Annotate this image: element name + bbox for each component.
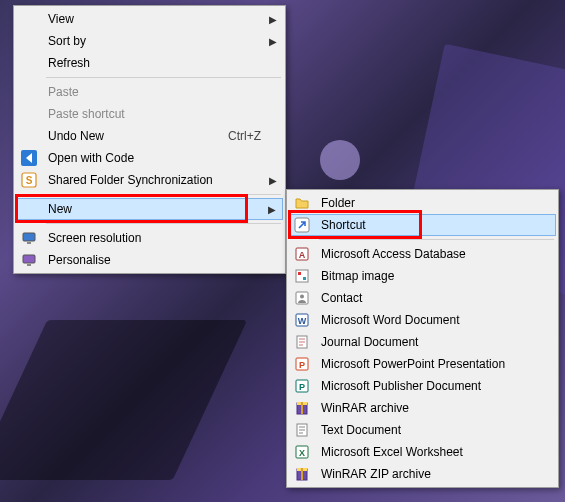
menu-item-pptx[interactable]: PMicrosoft PowerPoint Presentation xyxy=(289,353,556,375)
separator xyxy=(46,194,281,195)
winrar-icon xyxy=(291,464,313,484)
menu-item-pub[interactable]: PMicrosoft Publisher Document xyxy=(289,375,556,397)
monitor-icon xyxy=(18,228,40,248)
submenu-arrow-icon: ▶ xyxy=(269,14,277,25)
menu-item-label: View xyxy=(40,12,279,26)
blank-icon xyxy=(18,104,40,124)
svg-text:P: P xyxy=(299,382,305,392)
svg-rect-24 xyxy=(301,402,303,414)
blank-icon xyxy=(18,126,40,146)
menu-item-screen-res[interactable]: Screen resolution xyxy=(16,227,283,249)
menu-item-label: Paste shortcut xyxy=(40,107,279,121)
menu-item-txt[interactable]: Text Document xyxy=(289,419,556,441)
menu-item-open-code[interactable]: Open with Code xyxy=(16,147,283,169)
shortcut-icon xyxy=(291,215,313,235)
menu-item-label: Bitmap image xyxy=(313,269,552,283)
text-icon xyxy=(291,420,313,440)
s-box-icon: S xyxy=(18,170,40,190)
menu-item-label: Paste xyxy=(40,85,279,99)
menu-item-view[interactable]: View▶ xyxy=(16,8,283,30)
menu-item-paste: Paste xyxy=(16,81,283,103)
menu-item-label: Microsoft PowerPoint Presentation xyxy=(313,357,552,371)
submenu-arrow-icon: ▶ xyxy=(269,175,277,186)
svg-rect-4 xyxy=(27,242,31,244)
menu-item-new[interactable]: New▶ xyxy=(16,198,283,220)
menu-item-zip[interactable]: WinRAR ZIP archive xyxy=(289,463,556,485)
svg-rect-5 xyxy=(23,255,35,263)
menu-item-undo-new[interactable]: Undo NewCtrl+Z xyxy=(16,125,283,147)
menu-item-worddoc[interactable]: WMicrosoft Word Document xyxy=(289,309,556,331)
menu-item-label: Contact xyxy=(313,291,552,305)
menu-item-label: Personalise xyxy=(40,253,279,267)
menu-item-label: Undo New xyxy=(40,129,228,143)
svg-rect-30 xyxy=(301,468,303,480)
svg-text:S: S xyxy=(26,175,33,186)
separator xyxy=(319,239,554,240)
vscode-icon xyxy=(18,148,40,168)
menu-item-folder[interactable]: Folder xyxy=(289,192,556,214)
menu-item-label: Microsoft Word Document xyxy=(313,313,552,327)
blank-icon xyxy=(18,53,40,73)
menu-item-paste-shortcut: Paste shortcut xyxy=(16,103,283,125)
separator xyxy=(46,77,281,78)
blank-icon xyxy=(18,82,40,102)
menu-item-label: Refresh xyxy=(40,56,279,70)
word-icon: W xyxy=(291,310,313,330)
svg-point-14 xyxy=(300,295,304,299)
menu-item-accessdb[interactable]: AMicrosoft Access Database xyxy=(289,243,556,265)
menu-item-journal[interactable]: Journal Document xyxy=(289,331,556,353)
svg-rect-6 xyxy=(27,264,31,266)
excel-icon: X xyxy=(291,442,313,462)
svg-rect-3 xyxy=(23,233,35,241)
submenu-arrow-icon: ▶ xyxy=(268,204,276,215)
access-icon: A xyxy=(291,244,313,264)
menu-item-contact[interactable]: Contact xyxy=(289,287,556,309)
menu-item-label: WinRAR ZIP archive xyxy=(313,467,552,481)
powerpoint-icon: P xyxy=(291,354,313,374)
svg-text:A: A xyxy=(299,250,306,260)
blank-icon xyxy=(18,9,40,29)
svg-rect-10 xyxy=(296,270,308,282)
menu-item-xlsx[interactable]: XMicrosoft Excel Worksheet xyxy=(289,441,556,463)
menu-item-shared-sync[interactable]: SShared Folder Synchronization▶ xyxy=(16,169,283,191)
blank-icon xyxy=(18,199,40,219)
svg-text:W: W xyxy=(298,316,307,326)
menu-item-accelerator: Ctrl+Z xyxy=(228,129,279,143)
menu-item-label: Shortcut xyxy=(313,218,552,232)
menu-item-bitmap[interactable]: Bitmap image xyxy=(289,265,556,287)
menu-item-label: Sort by xyxy=(40,34,279,48)
svg-text:X: X xyxy=(299,448,305,458)
personalise-icon xyxy=(18,250,40,270)
separator xyxy=(46,223,281,224)
journal-icon xyxy=(291,332,313,352)
svg-rect-12 xyxy=(303,277,306,280)
bitmap-icon xyxy=(291,266,313,286)
menu-item-label: Microsoft Access Database xyxy=(313,247,552,261)
desktop-context-menu[interactable]: View▶Sort by▶RefreshPastePaste shortcutU… xyxy=(13,5,286,274)
menu-item-label: Journal Document xyxy=(313,335,552,349)
menu-item-label: WinRAR archive xyxy=(313,401,552,415)
menu-item-label: Text Document xyxy=(313,423,552,437)
menu-item-label: Folder xyxy=(313,196,552,210)
menu-item-label: New xyxy=(40,202,279,216)
blank-icon xyxy=(18,31,40,51)
menu-item-sort-by[interactable]: Sort by▶ xyxy=(16,30,283,52)
menu-item-refresh[interactable]: Refresh xyxy=(16,52,283,74)
menu-item-personalise[interactable]: Personalise xyxy=(16,249,283,271)
menu-item-rar[interactable]: WinRAR archive xyxy=(289,397,556,419)
folder-icon xyxy=(291,193,313,213)
menu-item-label: Shared Folder Synchronization xyxy=(40,173,279,187)
publisher-icon: P xyxy=(291,376,313,396)
menu-item-label: Screen resolution xyxy=(40,231,279,245)
svg-rect-11 xyxy=(298,272,301,275)
menu-item-label: Open with Code xyxy=(40,151,279,165)
menu-item-label: Microsoft Excel Worksheet xyxy=(313,445,552,459)
menu-item-label: Microsoft Publisher Document xyxy=(313,379,552,393)
contact-icon xyxy=(291,288,313,308)
svg-text:P: P xyxy=(299,360,305,370)
menu-item-shortcut[interactable]: Shortcut xyxy=(289,214,556,236)
winrar-icon xyxy=(291,398,313,418)
submenu-arrow-icon: ▶ xyxy=(269,36,277,47)
new-submenu[interactable]: FolderShortcutAMicrosoft Access Database… xyxy=(286,189,559,488)
